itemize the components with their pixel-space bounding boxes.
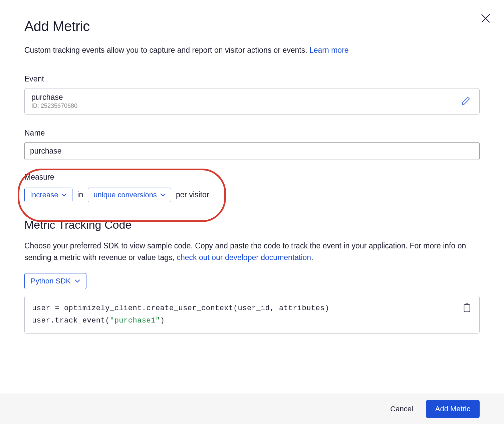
- code-block: user = optimizely_client.create_user_con…: [24, 296, 480, 334]
- page-title: Add Metric: [24, 18, 480, 34]
- chevron-down-icon: [160, 193, 166, 197]
- code-line-2: user.track_event("purchase1"): [32, 314, 472, 327]
- measure-connector-in: in: [77, 190, 83, 199]
- measure-label: Measure: [24, 173, 480, 182]
- tracking-code-description: Choose your preferred SDK to view sample…: [24, 240, 480, 264]
- add-metric-button[interactable]: Add Metric: [426, 400, 480, 418]
- measure-direction-value: Increase: [30, 191, 58, 199]
- clipboard-icon: [463, 303, 471, 313]
- event-name: purchase: [31, 92, 77, 102]
- learn-more-link[interactable]: Learn more: [309, 46, 349, 54]
- measure-aggregation-select[interactable]: unique conversions: [88, 188, 171, 202]
- subtitle-text: Custom tracking events allow you to capt…: [24, 46, 309, 54]
- edit-event-button[interactable]: [459, 94, 473, 109]
- event-label: Event: [24, 74, 480, 83]
- measure-section: Measure Increase in unique conversions p…: [24, 169, 480, 210]
- sdk-select[interactable]: Python SDK: [24, 273, 86, 289]
- page-subtitle: Custom tracking events allow you to capt…: [24, 44, 480, 56]
- chevron-down-icon: [75, 279, 80, 283]
- svg-rect-0: [464, 304, 470, 311]
- measure-suffix: per visitor: [176, 190, 209, 199]
- close-button[interactable]: [479, 12, 492, 25]
- add-metric-modal: Add Metric Custom tracking events allow …: [0, 0, 504, 334]
- name-input[interactable]: [24, 142, 480, 160]
- tracking-code-title: Metric Tracking Code: [24, 218, 480, 231]
- measure-direction-select[interactable]: Increase: [24, 188, 72, 202]
- modal-footer: Cancel Add Metric: [0, 394, 504, 424]
- event-id: ID: 25235670680: [31, 102, 77, 110]
- code-line-1: user = optimizely_client.create_user_con…: [32, 302, 472, 314]
- cancel-button[interactable]: Cancel: [390, 405, 413, 413]
- pencil-icon: [461, 96, 471, 105]
- measure-aggregation-value: unique conversions: [93, 191, 157, 199]
- developer-docs-link[interactable]: check out our developer documentation: [177, 253, 311, 262]
- chevron-down-icon: [61, 193, 67, 197]
- close-icon: [480, 12, 492, 24]
- copy-code-button[interactable]: [461, 301, 473, 315]
- name-label: Name: [24, 129, 480, 138]
- sdk-select-value: Python SDK: [31, 277, 71, 285]
- event-display: purchase ID: 25235670680: [24, 88, 480, 115]
